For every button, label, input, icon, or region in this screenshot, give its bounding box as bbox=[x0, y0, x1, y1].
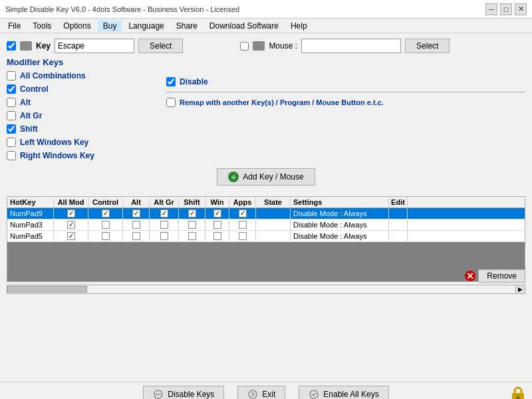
menu-file[interactable]: File bbox=[3, 20, 26, 32]
mod-allcombinations-checkbox[interactable] bbox=[7, 71, 16, 80]
mod-allcombinations-label: All Combinations bbox=[20, 71, 86, 80]
main-content: Key Escape Select Mouse : Select Modifie… bbox=[0, 33, 532, 196]
enable-all-button[interactable]: Enable All Keys bbox=[299, 386, 388, 400]
td-alt bbox=[123, 208, 150, 219]
mouse-input[interactable] bbox=[301, 39, 401, 53]
modifier-section: Modifier Keys All Combinations Control A… bbox=[7, 57, 525, 164]
th-altgr: Alt Gr bbox=[150, 197, 179, 207]
enable-all-icon bbox=[309, 389, 319, 400]
mod-alt-label: Alt bbox=[20, 98, 31, 107]
table-area: HotKey All Mod Control Alt Alt Gr Shift … bbox=[7, 196, 525, 282]
menu-options[interactable]: Options bbox=[58, 20, 96, 32]
table-row[interactable]: NumPad3 Disable Mode : Always bbox=[7, 219, 525, 231]
td-control bbox=[88, 208, 123, 219]
exit-button[interactable]: Exit bbox=[237, 386, 285, 400]
td-hotkey: NumPad5 bbox=[7, 231, 54, 241]
th-control: Control bbox=[88, 197, 123, 207]
th-win: Win bbox=[205, 197, 229, 207]
td-win bbox=[205, 208, 229, 219]
th-hotkey: HotKey bbox=[7, 197, 54, 207]
key-checkbox[interactable] bbox=[7, 41, 16, 51]
menu-share[interactable]: Share bbox=[171, 20, 203, 32]
minimize-button[interactable]: ─ bbox=[485, 3, 497, 15]
mod-leftwin-checkbox[interactable] bbox=[7, 138, 16, 147]
th-state: State bbox=[256, 197, 291, 207]
td-apps bbox=[229, 231, 256, 241]
menu-download[interactable]: Download Software bbox=[204, 20, 284, 32]
mod-shift-label: Shift bbox=[20, 124, 38, 134]
remap-option: Remap with another Key(s) / Program / Mo… bbox=[166, 98, 525, 107]
disable-keys-label: Disable Keys bbox=[168, 390, 214, 399]
td-settings: Disable Mode : Always bbox=[291, 231, 389, 241]
mod-altgr-checkbox[interactable] bbox=[7, 111, 16, 120]
td-allmod bbox=[54, 208, 88, 219]
remap-checkbox[interactable] bbox=[166, 98, 176, 107]
mod-shift: Shift bbox=[7, 124, 153, 134]
td-altgr bbox=[150, 219, 179, 230]
right-panel: Disable Remap with another Key(s) / Prog… bbox=[166, 57, 525, 164]
td-state bbox=[256, 219, 291, 230]
scroll-thumb[interactable] bbox=[7, 286, 87, 293]
mod-rightwin: Right Windows Key bbox=[7, 151, 153, 160]
td-apps bbox=[229, 208, 256, 219]
table-row[interactable]: NumPad5 Disable Mode : Always bbox=[7, 231, 525, 242]
key-select-button[interactable]: Select bbox=[138, 39, 183, 53]
disable-keys-button[interactable]: Disable Keys bbox=[143, 386, 224, 400]
add-key-row: + Add Key / Mouse bbox=[7, 168, 525, 186]
mouse-checkbox[interactable] bbox=[240, 42, 249, 51]
menu-bar: File Tools Options Buy Language Share Do… bbox=[0, 19, 532, 33]
td-altgr bbox=[150, 208, 179, 219]
menu-tools[interactable]: Tools bbox=[27, 20, 57, 32]
exit-icon bbox=[247, 389, 258, 400]
add-key-button[interactable]: + Add Key / Mouse bbox=[217, 168, 315, 186]
close-button[interactable]: ✕ bbox=[515, 3, 527, 15]
remove-button[interactable]: Remove bbox=[478, 269, 525, 283]
add-icon: + bbox=[228, 172, 239, 182]
menu-help[interactable]: Help bbox=[285, 20, 313, 32]
td-hotkey: NumPad3 bbox=[7, 219, 54, 230]
td-control bbox=[88, 219, 123, 230]
mod-rightwin-checkbox[interactable] bbox=[7, 151, 16, 160]
enable-all-label: Enable All Keys bbox=[323, 390, 378, 399]
mod-control-label: Control bbox=[20, 84, 49, 94]
td-edit bbox=[389, 231, 408, 241]
table-body: NumPad9 Disable Mode : Always NumPad3 bbox=[7, 208, 525, 281]
mod-altgr: Alt Gr bbox=[7, 111, 153, 120]
title-bar: Simple Disable Key V6.0 - 4dots Software… bbox=[0, 0, 532, 19]
disable-checkbox[interactable] bbox=[166, 77, 176, 86]
svg-point-2 bbox=[249, 390, 257, 398]
menu-language[interactable]: Language bbox=[123, 20, 169, 32]
mod-rightwin-label: Right Windows Key bbox=[20, 151, 94, 160]
td-win bbox=[205, 219, 229, 230]
disable-keys-icon bbox=[153, 389, 164, 400]
key-checkbox-label[interactable]: Key bbox=[7, 41, 51, 51]
th-edit: Edit bbox=[389, 197, 408, 207]
td-settings: Disable Mode : Always bbox=[291, 219, 389, 230]
mod-alt-checkbox[interactable] bbox=[7, 98, 16, 107]
title-controls: ─ □ ✕ bbox=[485, 3, 527, 15]
th-settings: Settings bbox=[291, 197, 389, 207]
lock-icon bbox=[509, 384, 527, 399]
add-key-label: Add Key / Mouse bbox=[243, 172, 303, 182]
td-shift bbox=[179, 231, 205, 241]
menu-buy[interactable]: Buy bbox=[98, 20, 122, 32]
mouse-select-button[interactable]: Select bbox=[405, 39, 450, 53]
td-altgr bbox=[150, 231, 179, 241]
mod-leftwin: Left Windows Key bbox=[7, 138, 153, 147]
td-win bbox=[205, 231, 229, 241]
remove-icon: ✕ bbox=[465, 271, 475, 281]
th-apps: Apps bbox=[229, 197, 256, 207]
key-input[interactable]: Escape bbox=[55, 39, 134, 53]
remove-area: ✕ Remove bbox=[465, 269, 525, 283]
mod-shift-checkbox[interactable] bbox=[7, 124, 16, 134]
mod-altgr-label: Alt Gr bbox=[20, 111, 42, 120]
td-shift bbox=[179, 208, 205, 219]
modifier-keys-title: Modifier Keys bbox=[7, 57, 153, 67]
remap-label: Remap with another Key(s) / Program / Mo… bbox=[180, 98, 384, 106]
horizontal-scrollbar[interactable]: ▶ bbox=[7, 285, 525, 294]
th-alt: Alt bbox=[123, 197, 150, 207]
mod-control-checkbox[interactable] bbox=[7, 84, 16, 94]
table-wrapper: HotKey All Mod Control Alt Alt Gr Shift … bbox=[7, 196, 525, 294]
maximize-button[interactable]: □ bbox=[500, 3, 512, 15]
table-row[interactable]: NumPad9 Disable Mode : Always bbox=[7, 208, 525, 219]
